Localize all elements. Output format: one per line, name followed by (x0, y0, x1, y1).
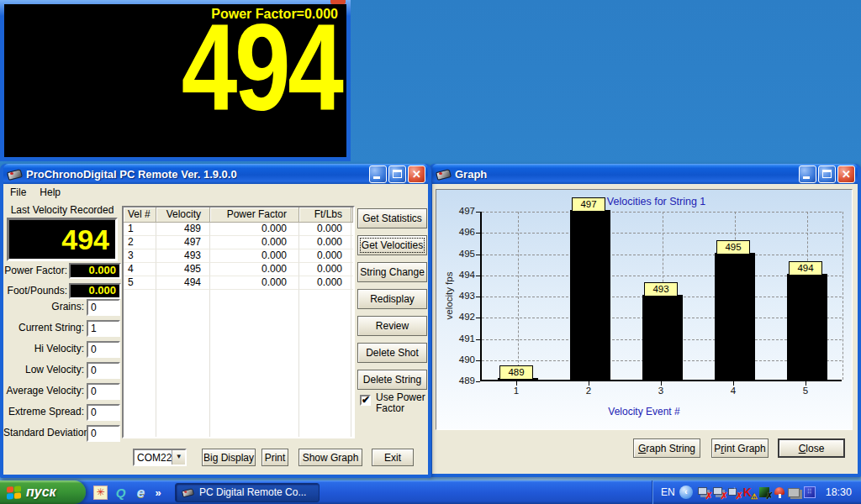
table-row[interactable]: 54940.0000.000 (124, 276, 353, 290)
get-velocities-button[interactable]: Get Velocities (357, 235, 427, 255)
bar-value-label: 493 (644, 282, 678, 297)
maximize-button[interactable] (818, 165, 836, 183)
table-header-row: Vel #VelocityPower FactorFt/Lbs (124, 207, 353, 223)
column-header-power-factor[interactable]: Power Factor (210, 207, 299, 223)
redisplay-button[interactable]: Redisplay (357, 289, 427, 309)
y-tick-label: 489 (436, 375, 475, 386)
minimize-button[interactable] (799, 165, 816, 183)
x-tick-mark (516, 381, 517, 386)
messenger-icon[interactable] (114, 486, 128, 500)
start-button[interactable]: пуск (0, 480, 86, 504)
cell (299, 344, 351, 357)
chronograph-app-icon (436, 167, 451, 181)
cell (156, 317, 210, 330)
delete-shot-button[interactable]: Delete Shot (357, 343, 427, 363)
cell: 494 (156, 276, 210, 290)
cell: 4 (124, 263, 156, 276)
column-header-ft-lbs[interactable]: Ft/Lbs (299, 207, 351, 223)
bar-value-label: 494 (789, 261, 822, 276)
cell: 0.000 (210, 249, 299, 263)
wireless-device-icon[interactable] (773, 486, 786, 499)
graph-window: Graph ✕ Shot Velocities for String 1 vel… (429, 164, 861, 477)
table-empty-row (124, 370, 353, 384)
table-row[interactable]: 14890.0000.000 (124, 223, 353, 236)
close-button[interactable]: ✕ (837, 165, 855, 183)
gridline (518, 212, 519, 380)
menu-item-file[interactable]: File (3, 186, 33, 199)
gridline (843, 212, 843, 380)
taskbar-clock: 18:30 (821, 486, 855, 498)
print-button[interactable]: Print (261, 449, 288, 466)
connection-error-icon[interactable]: ✗ (758, 486, 771, 499)
minimize-button[interactable] (369, 165, 387, 183)
more-toolbars-chevron[interactable]: » (154, 486, 162, 500)
extreme-spread-label: Extreme Spread: (3, 404, 84, 420)
show-graph-button[interactable]: Show Graph (298, 449, 362, 466)
y-tick-label: 493 (436, 291, 475, 301)
cell (210, 424, 299, 438)
layout-switcher-icon[interactable] (93, 486, 108, 500)
chevron-down-icon[interactable]: ▼ (172, 450, 185, 465)
remote-display-icon[interactable] (803, 486, 816, 499)
review-button[interactable]: Review (357, 316, 427, 336)
gridline (482, 255, 842, 255)
average-velocity-input[interactable]: 0 (87, 383, 120, 400)
internet-explorer-icon[interactable] (134, 486, 148, 500)
extreme-spread-input[interactable]: 0 (87, 404, 120, 421)
system-tray: EN ‹ ✗✗✗⚠✗ 18:30 (652, 480, 861, 504)
graph-string-button[interactable]: Graph String (633, 438, 700, 458)
cell (299, 303, 351, 317)
cell (299, 384, 351, 397)
hi-velocity-input[interactable]: 0 (87, 341, 120, 358)
network-disconnected-icon-2[interactable]: ✗ (712, 486, 726, 499)
cell: 0.000 (299, 223, 351, 236)
string-change-button[interactable]: String Change (357, 262, 427, 282)
x-axis-label: Velocity Event # (436, 406, 852, 417)
y-tick-label: 495 (436, 249, 475, 259)
antivirus-warning-icon[interactable]: ⚠ (742, 486, 756, 499)
bar-value-label: 497 (572, 197, 605, 212)
display-settings-icon[interactable] (788, 486, 801, 499)
exit-button[interactable]: Exit (372, 449, 414, 466)
low-velocity-input[interactable]: 0 (87, 362, 120, 379)
bar-value-label: 489 (499, 365, 533, 380)
language-indicator[interactable]: EN (661, 486, 675, 498)
cell (156, 290, 210, 303)
chart-plot-area (480, 212, 842, 381)
wireless-disconnected-icon[interactable]: ✗ (727, 486, 741, 499)
main-titlebar[interactable]: ProChronoDigital PC Remote Ver. 1.9.0.0 … (3, 164, 428, 184)
graph-titlebar[interactable]: Graph ✕ (432, 164, 858, 184)
cell (124, 330, 156, 344)
column-header-vel[interactable]: Vel # (124, 207, 156, 223)
taskbar-task-button[interactable]: PC Digital Remote Co... (175, 483, 320, 502)
close-button[interactable]: ✕ (408, 165, 425, 183)
table-row[interactable]: 34930.0000.000 (124, 249, 353, 263)
grains-input[interactable]: 0 (87, 299, 120, 316)
windows-logo-icon (7, 486, 21, 499)
bar-event-4 (715, 253, 755, 381)
tray-collapse-chevron-icon[interactable]: ‹ (679, 486, 693, 499)
velocity-table[interactable]: Vel #VelocityPower FactorFt/Lbs14890.000… (122, 206, 355, 438)
table-row[interactable]: 44950.0000.000 (124, 263, 353, 276)
column-header-velocity[interactable]: Velocity (156, 207, 210, 223)
table-row[interactable]: 24970.0000.000 (124, 236, 353, 249)
big-display-button[interactable]: Big Display (202, 449, 256, 466)
cell: 0.000 (210, 263, 299, 276)
standard-deviation-input[interactable]: 0 (87, 425, 120, 442)
menu-item-help[interactable]: Help (33, 186, 67, 199)
quick-launch-bar: » (86, 486, 170, 500)
close-button[interactable]: Close (778, 438, 845, 458)
get-statistics-button[interactable]: Get Statistics (357, 208, 427, 228)
use-power-factor-checkbox[interactable]: ✔ (360, 395, 371, 406)
com-port-select[interactable]: COM22 ▼ (133, 449, 187, 466)
current-string-input[interactable]: 1 (87, 320, 120, 337)
print-graph-button[interactable]: Print Graph (711, 438, 769, 458)
main-window-title: ProChronoDigital PC Remote Ver. 1.9.0.0 (26, 168, 237, 181)
foot-pounds-lcd: 0.000 (69, 283, 121, 299)
network-disconnected-icon[interactable]: ✗ (697, 486, 710, 499)
desktop: { "big_display": { "power_factor_text": … (0, 0, 861, 504)
hi-velocity-label: Hi Velocity: (3, 341, 84, 357)
maximize-button[interactable] (388, 165, 406, 183)
cell (299, 290, 351, 303)
delete-string-button[interactable]: Delete String (357, 370, 427, 390)
